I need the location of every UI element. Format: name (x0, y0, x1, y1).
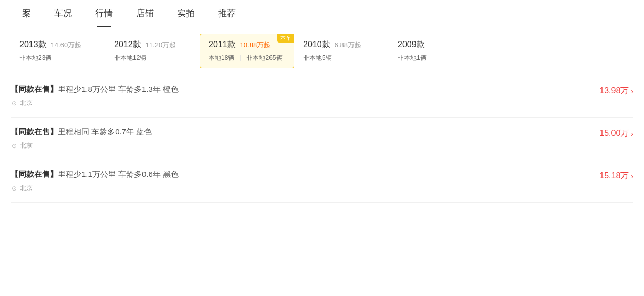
listing-detail-0: 里程少1.8万公里 车龄多1.3年 橙色 (58, 84, 179, 93)
listing-location-1: ⊙北京 (11, 141, 599, 150)
listing-item-1[interactable]: 【同款在售】里程相同 车龄多0.7年 蓝色⊙北京15.00万› (11, 118, 633, 160)
listing-title-1: 【同款在售】里程相同 车龄多0.7年 蓝色 (11, 127, 599, 137)
nonlocal-count: 非本地12辆 (114, 54, 146, 62)
nonlocal-count: 非本地23辆 (19, 54, 51, 62)
listing-price-0: 13.98万 (599, 86, 629, 97)
year-tab-3[interactable]: 2010款6.88万起非本地5辆 (294, 34, 389, 68)
listing-tag-2: 【同款在售】 (11, 170, 58, 178)
location-text-0: 北京 (20, 99, 33, 108)
listing-left-2: 【同款在售】里程少1.1万公里 车龄多0.6年 黑色⊙北京 (11, 170, 599, 193)
listing-left-1: 【同款在售】里程相同 车龄多0.7年 蓝色⊙北京 (11, 127, 599, 150)
location-icon: ⊙ (11, 100, 18, 107)
location-icon: ⊙ (11, 142, 18, 150)
price-label: 10.88万起 (240, 40, 271, 50)
year-tab-1[interactable]: 2012款11.20万起非本地12辆 (105, 34, 200, 68)
year-tab-0[interactable]: 2013款14.60万起非本地23辆 (11, 34, 105, 68)
year-label: 2010款 (303, 39, 330, 50)
listing-item-2[interactable]: 【同款在售】里程少1.1万公里 车龄多0.6年 黑色⊙北京15.18万› (11, 160, 633, 203)
listing-arrow-2: › (631, 172, 633, 181)
year-label: 2012款 (114, 39, 141, 50)
nav-item-店铺[interactable]: 店铺 (124, 0, 165, 27)
price-label: 6.88万起 (335, 40, 361, 50)
nav-item-推荐[interactable]: 推荐 (206, 0, 247, 27)
nav-item-车况[interactable]: 车况 (43, 0, 84, 27)
navigation-bar: 案车况行情店铺实拍推荐 (0, 0, 644, 27)
listing-arrow-1: › (631, 130, 633, 138)
listing-right-0: 13.98万› (599, 84, 633, 97)
listing-location-2: ⊙北京 (11, 184, 599, 193)
listing-left-0: 【同款在售】里程少1.8万公里 车龄多1.3年 橙色⊙北京 (11, 84, 599, 108)
listing-right-1: 15.00万› (599, 127, 633, 139)
year-label: 2011款 (209, 39, 236, 50)
listing-detail-2: 里程少1.1万公里 车龄多0.6年 黑色 (58, 170, 179, 178)
year-label: 2009款 (398, 39, 425, 50)
listing-title-0: 【同款在售】里程少1.8万公里 车龄多1.3年 橙色 (11, 84, 599, 94)
location-icon: ⊙ (11, 185, 18, 192)
listing-item-0[interactable]: 【同款在售】里程少1.8万公里 车龄多1.3年 橙色⊙北京13.98万› (11, 75, 633, 118)
price-label: 14.60万起 (51, 40, 82, 50)
year-tabs-container: 2013款14.60万起非本地23辆2012款11.20万起非本地12辆本车20… (0, 27, 644, 75)
year-tab-2[interactable]: 本车2011款10.88万起本地18辆|非本地265辆 (200, 34, 294, 68)
nonlocal-count: 非本地5辆 (303, 54, 332, 62)
listing-arrow-0: › (631, 87, 633, 96)
listing-price-2: 15.18万 (599, 171, 629, 182)
listing-title-2: 【同款在售】里程少1.1万公里 车龄多0.6年 黑色 (11, 170, 599, 179)
location-text-2: 北京 (20, 184, 33, 193)
listing-location-0: ⊙北京 (11, 99, 599, 108)
local-count: 本地18辆 (209, 54, 234, 62)
year-label: 2013款 (19, 39, 47, 50)
listing-price-1: 15.00万 (599, 128, 629, 139)
nav-item-行情[interactable]: 行情 (84, 0, 124, 27)
location-text-1: 北京 (20, 141, 33, 150)
listing-tag-1: 【同款在售】 (11, 127, 58, 136)
listing-detail-1: 里程相同 车龄多0.7年 蓝色 (58, 127, 152, 136)
nav-item-实拍[interactable]: 实拍 (165, 0, 206, 27)
listing-right-2: 15.18万› (599, 170, 633, 182)
price-label: 11.20万起 (146, 40, 176, 50)
badge-bentai: 本车 (277, 34, 294, 43)
nonlocal-count: 非本地265辆 (246, 54, 282, 62)
listing-section: 【同款在售】里程少1.8万公里 车龄多1.3年 橙色⊙北京13.98万›【同款在… (0, 75, 644, 203)
year-tab-4[interactable]: 2009款非本地1辆 (389, 34, 483, 68)
separator: | (240, 54, 241, 62)
listing-tag-0: 【同款在售】 (11, 84, 58, 93)
nav-item-案[interactable]: 案 (11, 0, 43, 27)
nonlocal-count: 非本地1辆 (398, 54, 427, 62)
